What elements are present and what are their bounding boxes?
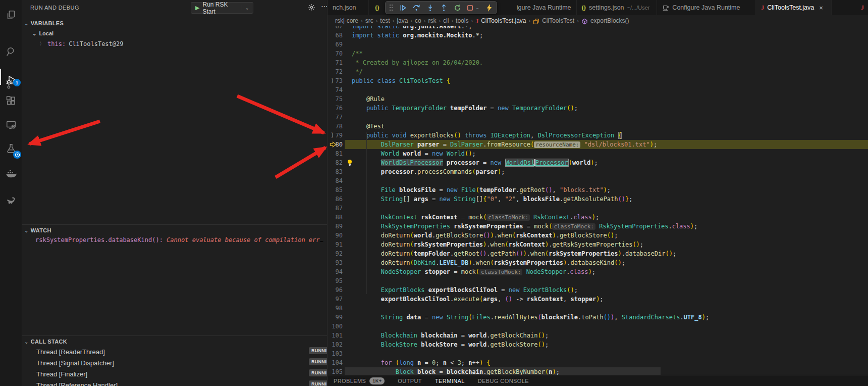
code-line-75[interactable]: 75 @Rule bbox=[328, 94, 868, 104]
code-line-91[interactable]: 91 doReturn(rskSystemProperties).when(rs… bbox=[328, 240, 868, 249]
call-stack-section-header[interactable]: ⌄ CALL STACK bbox=[24, 339, 67, 345]
watch-expression: rskSystemProperties.databaseKind(): bbox=[35, 236, 163, 244]
code-line-68[interactable]: 68import static org.mockito.Mockito.*; bbox=[328, 31, 868, 40]
code-line-89[interactable]: 89 RskSystemProperties rskSystemProperti… bbox=[328, 222, 868, 231]
call-stack-thread-row[interactable]: Thread [ReaderThread] RUNNING bbox=[36, 347, 324, 357]
breadcrumb-item[interactable]: co bbox=[415, 17, 421, 24]
debug-step-into-icon[interactable] bbox=[425, 3, 435, 12]
watch-expression-row[interactable]: rskSystemProperties.databaseKind(): Cann… bbox=[35, 236, 326, 244]
code-text: public void exportBlocks() throws IOExce… bbox=[352, 131, 622, 140]
breadcrumb-separator: › bbox=[392, 18, 396, 24]
code-line-100[interactable]: 100 bbox=[328, 322, 868, 331]
code-line-72[interactable]: 72 */ bbox=[328, 67, 868, 76]
code-line-105[interactable]: 105 Block block = blockchain.getBlockByN… bbox=[328, 367, 868, 375]
explorer-icon[interactable] bbox=[0, 4, 22, 26]
code-line-99[interactable]: 99 String data = new String(Files.readAl… bbox=[328, 313, 868, 322]
run-and-debug-icon[interactable]: 1 bbox=[0, 66, 22, 88]
remote-explorer-icon[interactable] bbox=[0, 114, 22, 136]
code-line-78[interactable]: 78 @Test bbox=[328, 122, 868, 131]
code-line-92[interactable]: 92 doReturn(tempFolder.getRoot().getPath… bbox=[328, 249, 868, 258]
code-line-87[interactable]: 87 bbox=[328, 204, 868, 213]
code-line-80[interactable]: 80 DslParser parser = DslParser.fromReso… bbox=[328, 140, 868, 149]
test-beaker-icon[interactable] bbox=[0, 137, 22, 160]
code-line-93[interactable]: 93 doReturn(DbKind.LEVEL_DB).when(rskSys… bbox=[328, 258, 868, 267]
code-line-90[interactable]: 90 doReturn(world.getBlockStore()).when(… bbox=[328, 231, 868, 240]
code-line-77[interactable]: 77 bbox=[328, 113, 868, 122]
panel-tab-debug-console[interactable]: DEBUG CONSOLE bbox=[478, 378, 529, 384]
panel-tab-problems[interactable]: PROBLEMS 1K+ bbox=[334, 377, 385, 384]
breadcrumb-item[interactable]: java bbox=[397, 17, 408, 24]
code-line-71[interactable]: 71 * Created by ajlopez on 26/04/2020. bbox=[328, 58, 868, 67]
debug-continue-icon[interactable] bbox=[398, 3, 407, 12]
code-line-97[interactable]: 97 exportBlocksCliTool.execute(args, () … bbox=[328, 295, 868, 304]
gradle-icon[interactable] bbox=[0, 189, 22, 212]
panel-tab-output[interactable]: OUTPUT bbox=[398, 378, 422, 384]
start-debug-icon[interactable]: ▶ bbox=[195, 5, 199, 11]
toolbar-drag-handle[interactable] bbox=[389, 3, 394, 12]
code-line-85[interactable]: 85 File blocksFile = new File(tempFolder… bbox=[328, 185, 868, 195]
code-line-76[interactable]: 76 public TemporaryFolder tempFolder = n… bbox=[328, 104, 868, 113]
variables-section-header[interactable]: ⌄ VARIABLES bbox=[24, 20, 64, 26]
code-line-84[interactable]: 84 bbox=[328, 176, 868, 185]
chevron-down-icon[interactable]: ⌄ bbox=[242, 5, 253, 11]
breadcrumb-item[interactable]: test bbox=[380, 17, 390, 24]
search-icon[interactable] bbox=[0, 40, 22, 63]
code-line-96[interactable]: 96 ExportBlocks exportBlocksCliTool = ne… bbox=[328, 285, 868, 295]
debug-step-over-icon[interactable] bbox=[412, 3, 421, 12]
breadcrumb-item[interactable]: src bbox=[365, 17, 373, 24]
breadcrumb-item[interactable]: cli bbox=[443, 17, 449, 24]
code-line-69[interactable]: 69 bbox=[328, 40, 868, 49]
code-line-88[interactable]: 88 RskContext rskContext = mock(classToM… bbox=[328, 213, 868, 222]
call-stack-thread-row[interactable]: Thread [Finalizer] RUNNING bbox=[36, 369, 324, 379]
code-line-74[interactable]: 74 bbox=[328, 85, 868, 94]
code-line-70[interactable]: 70/** bbox=[328, 49, 868, 58]
code-line-103[interactable]: 103 bbox=[328, 349, 868, 358]
debug-restart-icon[interactable] bbox=[453, 3, 462, 12]
code-text: exportBlocksCliTool.execute(args, () -> … bbox=[352, 295, 604, 304]
code-text: World world = new World(); bbox=[352, 149, 476, 158]
debug-stop-icon[interactable] bbox=[466, 3, 473, 12]
code-line-79[interactable]: )79 public void exportBlocks() throws IO… bbox=[328, 131, 868, 140]
gear-icon[interactable] bbox=[308, 4, 315, 13]
variables-scope-local[interactable]: ⌄ Local bbox=[32, 30, 53, 36]
code-line-83[interactable]: 83 processor.processCommands(parser); bbox=[328, 167, 868, 176]
breadcrumb-item-class[interactable]: CliToolsTest bbox=[542, 17, 574, 24]
tab-settings-json[interactable]: {} settings.json ~/.../User bbox=[577, 0, 658, 15]
breadcrumb-item-file[interactable]: CliToolsTest.java bbox=[481, 17, 526, 24]
hot-code-replace-icon[interactable] bbox=[484, 3, 494, 12]
panel-tab-bar: PROBLEMS 1K+ OUTPUT TERMINAL DEBUG CONSO… bbox=[328, 375, 868, 386]
panel-tab-terminal[interactable]: TERMINAL bbox=[435, 378, 465, 384]
code-line-82[interactable]: 82 WorldDslProcessor processor = new Wor… bbox=[328, 158, 868, 167]
code-line-104[interactable]: 104 for (long n = 0; n < 3; n++) { bbox=[328, 358, 868, 367]
chevron-right-icon[interactable]: 〉 bbox=[39, 40, 44, 47]
code-line-81[interactable]: 81 World world = new World(); bbox=[328, 149, 868, 158]
code-line-86[interactable]: 86 String[] args = new String[]{"0", "2"… bbox=[328, 195, 868, 204]
call-stack-thread-row[interactable]: Thread [Reference Handler] RUNNING bbox=[36, 380, 324, 386]
code-line-98[interactable]: 98 bbox=[328, 304, 868, 313]
code-line-101[interactable]: 101 Blockchain blockchain = world.getBlo… bbox=[328, 331, 868, 340]
breadcrumb-item[interactable]: tools bbox=[456, 17, 468, 24]
tab-truncated-java[interactable]: J bbox=[857, 0, 868, 15]
tab-clitoolstest-java[interactable]: J CliToolsTest.java × bbox=[756, 0, 832, 15]
code-editor[interactable]: 67import static org.junit.Assert.*;68imp… bbox=[328, 26, 868, 375]
tab-configure-java-runtime[interactable]: Configure Java Runtime bbox=[657, 0, 756, 15]
watch-section-header[interactable]: ⌄ WATCH bbox=[24, 227, 51, 233]
call-stack-thread-row[interactable]: Thread [Signal Dispatcher] RUNNING bbox=[36, 358, 324, 368]
run-config-dropdown[interactable]: ▶ Run RSK Start ⌄ bbox=[191, 2, 253, 14]
code-line-73[interactable]: )73public class CliToolsTest { bbox=[328, 76, 868, 85]
close-icon[interactable]: × bbox=[819, 4, 823, 12]
breadcrumb-item[interactable]: rskj-core bbox=[335, 17, 358, 24]
tab-launch-json[interactable]: nch.json bbox=[328, 0, 369, 15]
breadcrumb-separator: › bbox=[470, 18, 474, 24]
docker-icon[interactable] bbox=[0, 163, 22, 185]
code-line-67[interactable]: 67import static org.junit.Assert.*; bbox=[328, 26, 868, 31]
breadcrumb-item-method[interactable]: exportBlocks() bbox=[590, 17, 629, 24]
code-line-94[interactable]: 94 NodeStopper stopper = mock(classToMoc… bbox=[328, 267, 868, 276]
code-line-102[interactable]: 102 BlockStore blockStore = world.getBlo… bbox=[328, 340, 868, 349]
code-line-95[interactable]: 95 bbox=[328, 276, 868, 285]
variable-this-row[interactable]: 〉 this: CliToolsTest@29 bbox=[39, 40, 124, 47]
chevron-down-icon[interactable]: ⌄ bbox=[475, 3, 480, 12]
extensions-icon[interactable] bbox=[0, 90, 22, 112]
breadcrumb-item[interactable]: rsk bbox=[428, 17, 436, 24]
debug-step-out-icon[interactable] bbox=[439, 3, 448, 12]
